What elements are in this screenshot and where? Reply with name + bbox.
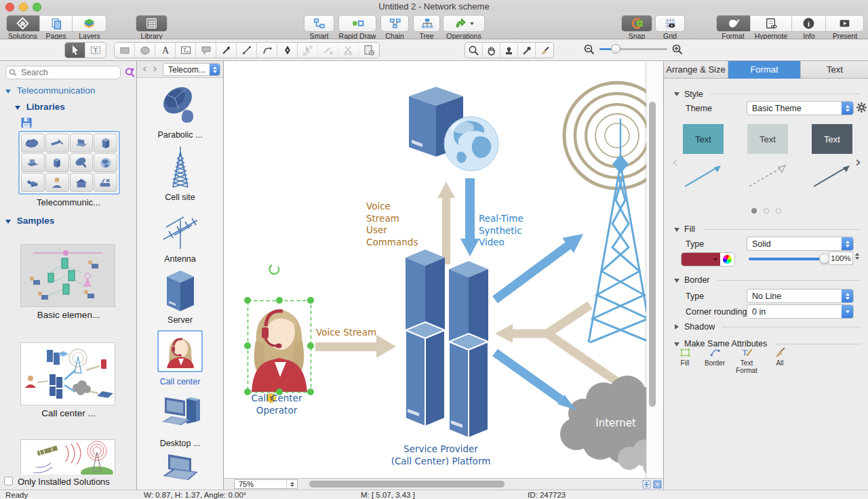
carousel-prev-icon[interactable]: ‹ — [672, 153, 678, 170]
sample-basic-elements[interactable] — [20, 244, 115, 307]
zoom-out-icon[interactable] — [583, 43, 595, 56]
section-telecommunication[interactable]: Telecommunication — [5, 85, 95, 96]
pan-tool[interactable] — [483, 43, 500, 58]
shape-item-antenna[interactable] — [137, 207, 223, 252]
make-same-border[interactable]: Border — [699, 346, 730, 367]
call-center-operator-label[interactable]: Call Center Operator — [232, 393, 321, 416]
rotation-handle[interactable] — [269, 265, 279, 274]
service-provider-label[interactable]: Service Provider (Call Center) Platform — [380, 443, 502, 467]
voice-up-arrow[interactable] — [437, 182, 455, 264]
drawing-canvas[interactable]: T Voice Stream User Commands Real-Time S… — [224, 61, 663, 478]
zoom-in-icon[interactable] — [671, 43, 684, 56]
line-tool[interactable] — [237, 43, 257, 58]
fill-disclosure-icon[interactable] — [674, 228, 679, 232]
tree-button[interactable] — [413, 15, 440, 32]
layers-button[interactable] — [73, 16, 106, 31]
theme-dropdown[interactable]: Basic Theme — [747, 101, 854, 115]
shape-item-desktop[interactable] — [137, 392, 223, 434]
nav-back-icon[interactable]: ‹ — [142, 62, 147, 75]
dot[interactable] — [776, 208, 781, 214]
opacity-stepper[interactable] — [855, 253, 859, 260]
make-same-all[interactable]: All — [764, 346, 795, 367]
fill-type-dropdown[interactable]: Solid — [747, 237, 854, 251]
hypernote-button[interactable] — [751, 16, 792, 31]
library-button[interactable] — [136, 15, 167, 32]
page-zoom-stepper[interactable]: 75% — [234, 479, 298, 489]
pages-button[interactable] — [40, 16, 73, 31]
tab-arrange-size[interactable]: Arrange & Size — [664, 61, 728, 79]
lib-shape-map[interactable] — [21, 134, 45, 153]
shape-data-tool[interactable] — [359, 43, 379, 58]
format-brush-tool[interactable] — [536, 43, 553, 58]
shape-item-call-center-selected[interactable] — [157, 330, 203, 372]
make-same-text-format[interactable]: T Text Format — [731, 346, 762, 374]
border-type-dropdown[interactable]: No Line — [747, 289, 854, 303]
pen-tool[interactable] — [277, 43, 298, 58]
rapid-draw-button[interactable] — [338, 15, 376, 32]
zoom-tool[interactable] — [465, 43, 483, 58]
theme-gear-icon[interactable] — [856, 102, 867, 113]
theme-preview-1[interactable]: Text — [683, 124, 724, 154]
sample-call-center[interactable] — [20, 342, 115, 405]
present-button[interactable] — [826, 16, 863, 31]
theme-preview-2[interactable]: Text — [747, 124, 788, 154]
color-wheel-button[interactable] — [720, 253, 734, 266]
text-tool[interactable]: A — [155, 43, 176, 58]
arrow-tool[interactable] — [216, 43, 237, 58]
fill-color-well[interactable] — [681, 252, 735, 266]
arrow-to-cloud[interactable] — [495, 353, 576, 410]
only-installed-checkbox[interactable] — [4, 477, 13, 485]
lib-shape-fax[interactable] — [21, 153, 45, 172]
shape-item-parabolic[interactable] — [137, 83, 223, 127]
lib-shape-phone[interactable] — [21, 173, 45, 192]
fill-color-swatch[interactable] — [682, 253, 720, 266]
lib-shape-server[interactable] — [94, 134, 117, 153]
opacity-slider-track[interactable] — [749, 258, 825, 260]
lib-shape-laptop[interactable] — [70, 134, 94, 153]
make-same-fill[interactable]: Fill — [669, 346, 701, 367]
lib-shape-dish[interactable] — [70, 153, 94, 172]
video-down-arrow[interactable] — [460, 178, 479, 256]
shape-item-server[interactable] — [137, 268, 223, 313]
carousel-dots[interactable] — [664, 205, 868, 216]
text-select-tool[interactable]: T — [85, 43, 106, 58]
dot-active[interactable] — [751, 208, 757, 214]
chain-button[interactable] — [380, 15, 409, 32]
eyedropper-tool[interactable] — [518, 43, 536, 58]
save-library-icon[interactable] — [20, 117, 33, 129]
shape-item-laptop[interactable] — [137, 453, 223, 488]
sample-satellite[interactable] — [20, 439, 115, 476]
nav-forward-icon[interactable]: › — [153, 62, 157, 75]
select-tool[interactable] — [65, 43, 85, 58]
lib-shape-satellite[interactable] — [45, 134, 69, 153]
voice-commands-label[interactable]: Voice Stream User Commands — [366, 201, 418, 248]
lib-shape-tower-box[interactable] — [45, 153, 69, 172]
curve-tool[interactable] — [257, 43, 277, 58]
real-time-video-label[interactable]: Real-Time Synthetic Video — [479, 213, 524, 249]
theme-preview-3[interactable]: Text — [812, 124, 852, 154]
info-button[interactable]: i — [792, 16, 826, 31]
globe-shape[interactable] — [444, 117, 498, 171]
tab-format[interactable]: Format — [728, 61, 801, 79]
style-disclosure-icon[interactable] — [674, 92, 679, 96]
h-scroll-thumb[interactable] — [309, 481, 505, 487]
lib-shape-globe[interactable] — [94, 153, 117, 172]
shadow-disclosure-icon[interactable] — [675, 324, 679, 330]
grid-button[interactable] — [655, 15, 685, 32]
shape-item-cell-site[interactable] — [137, 145, 223, 190]
callout-tool[interactable] — [196, 43, 216, 58]
rectangle-tool[interactable] — [115, 43, 135, 58]
call-center-operator-shape[interactable] — [252, 309, 307, 392]
search-input[interactable] — [5, 66, 121, 79]
snap-button[interactable] — [621, 15, 652, 32]
opacity-slider-thumb[interactable] — [819, 254, 829, 264]
dot[interactable] — [764, 208, 769, 214]
zoom-slider-thumb[interactable] — [611, 44, 620, 54]
library-dropdown[interactable]: Telecom... — [163, 63, 220, 76]
corner-rounding-dropdown[interactable]: 0 in — [747, 304, 854, 319]
section-samples[interactable]: Samples — [5, 216, 54, 226]
lib-shape-house[interactable] — [70, 173, 94, 192]
textbox-tool[interactable]: T — [176, 43, 196, 58]
call-center-platform-shape[interactable] — [406, 250, 488, 438]
tab-text[interactable]: Text — [801, 61, 868, 79]
